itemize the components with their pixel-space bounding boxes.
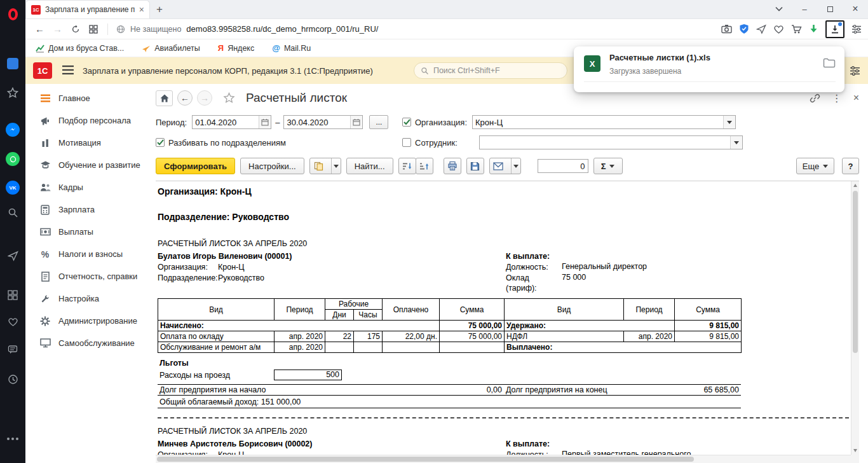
variants-dropdown-button[interactable] <box>331 158 341 174</box>
scroll-down-arrow-icon[interactable] <box>853 449 857 452</box>
browser-back-button[interactable]: ← <box>32 21 48 37</box>
menu-item-otchetnost[interactable]: Отчетность, справки <box>25 265 150 287</box>
update-arrow-icon[interactable] <box>809 24 818 34</box>
tab-close-button[interactable]: × <box>139 4 144 15</box>
extensions-button[interactable] <box>5 287 20 303</box>
shopping-cart-icon[interactable] <box>791 24 802 34</box>
mail-dropdown-button[interactable] <box>511 158 520 174</box>
vertical-scrollbar[interactable] <box>851 181 859 455</box>
calendar-button[interactable] <box>350 116 362 128</box>
send-mail-button[interactable] <box>489 158 521 174</box>
organization-checkbox[interactable] <box>402 118 411 127</box>
excel-file-icon: X <box>584 55 600 72</box>
report-area[interactable]: Организация: Крон-Ц Подразделение: Руков… <box>156 181 859 463</box>
favorite-star-icon[interactable] <box>223 92 235 104</box>
snapshot-camera-icon[interactable] <box>721 24 732 34</box>
menu-item-nalogi[interactable]: % Налоги и взносы <box>25 243 150 265</box>
form-menu-dots-button[interactable]: ⋮ <box>832 92 842 104</box>
speed-dial-tiles-button[interactable] <box>85 21 101 37</box>
send-flow-icon[interactable] <box>756 24 766 34</box>
period-from-input[interactable] <box>193 118 259 127</box>
counter-input[interactable] <box>538 162 588 171</box>
employee-input[interactable] <box>480 138 730 148</box>
horizontal-scroll-thumb[interactable] <box>157 457 694 462</box>
maximize-button[interactable] <box>817 0 843 18</box>
menu-item-samoobsluzhivanie[interactable]: Самообслуживание <box>25 332 150 354</box>
period-to-field[interactable] <box>283 115 363 129</box>
split-by-dept-checkbox[interactable] <box>156 138 165 147</box>
employee-checkbox[interactable] <box>402 138 411 147</box>
my-flow-button[interactable] <box>5 248 20 263</box>
label: Оклад (тариф): <box>506 273 562 293</box>
bookmark-item[interactable]: @ Mail.Ru <box>272 43 311 53</box>
more-button[interactable]: Еще <box>796 158 834 174</box>
adblock-shield-icon[interactable] <box>739 24 749 34</box>
menu-item-podbor[interactable]: Подбор персонала <box>25 109 150 132</box>
calendar-button[interactable] <box>259 116 271 128</box>
dropdown-button[interactable] <box>723 116 735 128</box>
open-folder-button[interactable] <box>823 58 836 70</box>
window-close-button[interactable]: × <box>843 0 868 18</box>
sidebar-settings-icon[interactable] <box>851 25 862 34</box>
history-button[interactable] <box>5 371 20 387</box>
report-variants-button[interactable] <box>309 158 341 174</box>
sum-button[interactable]: Σ <box>593 158 623 174</box>
menu-item-zarplata[interactable]: Зарплата <box>25 198 150 221</box>
nav-back-button[interactable]: ← <box>177 90 193 106</box>
print-button[interactable] <box>444 158 461 174</box>
bookmark-heart-icon[interactable] <box>773 24 784 34</box>
horizontal-scrollbar[interactable] <box>156 455 851 463</box>
menu-item-vyplaty[interactable]: Выплаты <box>25 221 150 243</box>
whatsapp-button[interactable] <box>5 151 20 167</box>
sort-desc-button[interactable] <box>398 158 416 174</box>
get-link-icon[interactable] <box>810 93 820 104</box>
find-button[interactable]: Найти... <box>346 158 393 174</box>
scroll-up-arrow-icon[interactable] <box>853 184 857 187</box>
bookmark-item[interactable]: Дом из бруса Став... <box>36 44 124 53</box>
bookmarks-rail-button[interactable] <box>5 85 20 100</box>
opera-menu-button[interactable] <box>5 6 20 22</box>
menu-item-glavnoe[interactable]: Главное <box>25 87 150 109</box>
menu-item-obuchenie[interactable]: Обучение и развитие <box>25 154 150 176</box>
functions-filter-icon[interactable] <box>850 66 860 76</box>
help-button[interactable]: ? <box>842 158 859 174</box>
vertical-scroll-thumb[interactable] <box>853 191 858 353</box>
counter-field[interactable] <box>538 159 588 173</box>
dropdown-button[interactable] <box>730 136 742 149</box>
minimize-button[interactable]: – <box>792 0 817 18</box>
tab-active[interactable]: 1С Зарплата и управление пе... × <box>25 0 150 18</box>
form-close-button[interactable]: × <box>853 92 859 104</box>
menu-item-nastroyka[interactable]: Настройка <box>25 287 150 310</box>
favorites-rail-button[interactable] <box>5 314 20 329</box>
home-button[interactable] <box>156 90 173 106</box>
reload-button[interactable] <box>67 21 83 37</box>
vk-button[interactable]: VK <box>5 180 20 195</box>
rail-search-button[interactable] <box>5 205 20 220</box>
generate-button[interactable]: Сформировать <box>156 158 235 174</box>
organization-field[interactable] <box>472 115 736 129</box>
download-filename[interactable]: Расчетные листки (1).xls <box>609 53 823 62</box>
period-to-input[interactable] <box>284 118 350 127</box>
menu-item-motivaciya[interactable]: Мотивация <box>25 132 150 154</box>
period-more-button[interactable]: ... <box>369 115 388 129</box>
global-search-input[interactable]: Поиск Ctrl+Shift+F <box>414 62 567 79</box>
organization-input[interactable] <box>473 118 723 127</box>
period-from-field[interactable] <box>192 115 271 129</box>
app-menu-button[interactable] <box>62 66 74 76</box>
feed-panel-button[interactable] <box>5 342 20 357</box>
sort-asc-button[interactable] <box>416 158 433 174</box>
downloads-button[interactable] <box>825 20 844 38</box>
menu-item-kadry[interactable]: Кадры <box>25 176 150 198</box>
tab-search-button[interactable] <box>766 0 792 18</box>
messenger-button[interactable] <box>5 122 20 137</box>
new-tab-button[interactable]: + <box>150 0 169 18</box>
bookmark-item[interactable]: Авиабилеты <box>142 44 200 53</box>
rail-settings-button[interactable] <box>5 431 20 446</box>
save-button[interactable] <box>466 158 484 174</box>
settings-button[interactable]: Настройки... <box>240 158 304 174</box>
url-field[interactable]: Не защищено demo83.9958258.ru/dc_demo_hr… <box>116 24 378 34</box>
employee-field[interactable] <box>479 135 743 149</box>
menu-item-administrirovanie[interactable]: Администрирование <box>25 310 150 332</box>
speed-dial-button[interactable] <box>5 56 20 71</box>
bookmark-item[interactable]: Я Яндекс <box>218 43 254 53</box>
